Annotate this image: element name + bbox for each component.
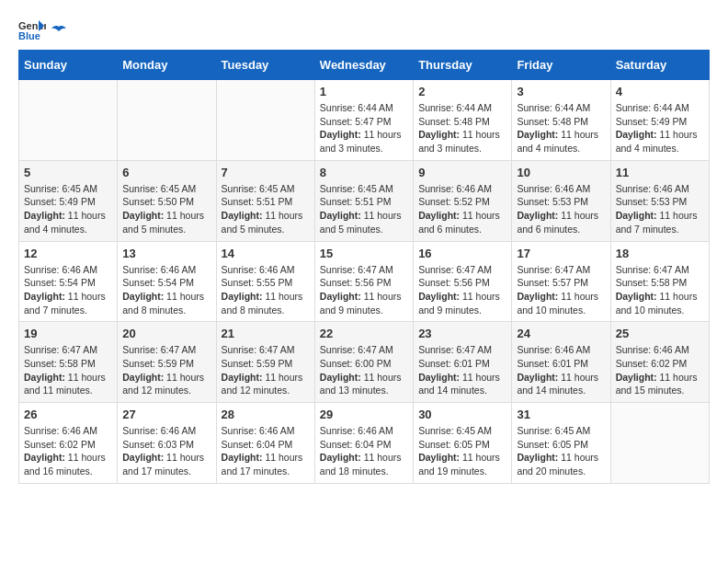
logo-bird-icon bbox=[51, 25, 67, 38]
day-content: Sunrise: 6:46 AMSunset: 6:04 PMDaylight:… bbox=[222, 424, 310, 478]
calendar-cell: 1Sunrise: 6:44 AMSunset: 5:47 PMDaylight… bbox=[314, 80, 413, 161]
calendar-cell: 4Sunrise: 6:44 AMSunset: 5:49 PMDaylight… bbox=[610, 80, 709, 161]
calendar-cell: 29Sunrise: 6:46 AMSunset: 6:04 PMDayligh… bbox=[314, 403, 413, 484]
day-number: 7 bbox=[222, 166, 310, 179]
day-number: 12 bbox=[24, 247, 112, 260]
day-content: Sunrise: 6:46 AMSunset: 5:55 PMDaylight:… bbox=[222, 263, 310, 317]
day-content: Sunrise: 6:46 AMSunset: 6:01 PMDaylight:… bbox=[517, 343, 605, 397]
calendar-cell: 27Sunrise: 6:46 AMSunset: 6:03 PMDayligh… bbox=[118, 403, 216, 484]
day-number: 26 bbox=[24, 408, 112, 421]
header-monday: Monday bbox=[118, 51, 216, 80]
day-content: Sunrise: 6:45 AMSunset: 5:51 PMDaylight:… bbox=[320, 182, 408, 236]
calendar-cell bbox=[19, 80, 118, 161]
day-content: Sunrise: 6:46 AMSunset: 5:53 PMDaylight:… bbox=[517, 182, 605, 236]
calendar-cell: 3Sunrise: 6:44 AMSunset: 5:48 PMDaylight… bbox=[512, 80, 610, 161]
header-tuesday: Tuesday bbox=[216, 51, 314, 80]
day-content: Sunrise: 6:45 AMSunset: 5:51 PMDaylight:… bbox=[222, 182, 310, 236]
calendar-cell bbox=[216, 80, 314, 161]
header-wednesday: Wednesday bbox=[314, 51, 413, 80]
calendar-week-4: 19Sunrise: 6:47 AMSunset: 5:58 PMDayligh… bbox=[19, 322, 710, 403]
day-number: 14 bbox=[222, 247, 310, 260]
day-content: Sunrise: 6:44 AMSunset: 5:48 PMDaylight:… bbox=[517, 101, 605, 155]
day-content: Sunrise: 6:47 AMSunset: 5:58 PMDaylight:… bbox=[24, 343, 112, 397]
day-number: 6 bbox=[122, 166, 210, 179]
day-number: 15 bbox=[320, 247, 408, 260]
day-content: Sunrise: 6:45 AMSunset: 6:05 PMDaylight:… bbox=[517, 424, 605, 478]
calendar-cell: 9Sunrise: 6:46 AMSunset: 5:52 PMDaylight… bbox=[414, 160, 512, 241]
calendar-cell: 24Sunrise: 6:46 AMSunset: 6:01 PMDayligh… bbox=[512, 322, 610, 403]
day-number: 24 bbox=[517, 327, 605, 340]
day-content: Sunrise: 6:47 AMSunset: 5:59 PMDaylight:… bbox=[222, 343, 310, 397]
day-number: 2 bbox=[418, 85, 506, 98]
day-number: 23 bbox=[418, 327, 506, 340]
day-content: Sunrise: 6:46 AMSunset: 6:04 PMDaylight:… bbox=[320, 424, 408, 478]
day-content: Sunrise: 6:46 AMSunset: 5:54 PMDaylight:… bbox=[122, 263, 210, 317]
calendar-cell: 30Sunrise: 6:45 AMSunset: 6:05 PMDayligh… bbox=[414, 403, 512, 484]
calendar-cell: 23Sunrise: 6:47 AMSunset: 6:01 PMDayligh… bbox=[414, 322, 512, 403]
page-header: General Blue bbox=[18, 18, 710, 40]
day-number: 11 bbox=[616, 166, 704, 179]
logo: General Blue bbox=[18, 18, 68, 40]
day-number: 5 bbox=[24, 166, 112, 179]
calendar-cell: 15Sunrise: 6:47 AMSunset: 5:56 PMDayligh… bbox=[314, 241, 413, 322]
day-content: Sunrise: 6:47 AMSunset: 5:59 PMDaylight:… bbox=[122, 343, 210, 397]
day-number: 28 bbox=[222, 408, 310, 421]
calendar-cell: 22Sunrise: 6:47 AMSunset: 6:00 PMDayligh… bbox=[314, 322, 413, 403]
calendar-table: SundayMondayTuesdayWednesdayThursdayFrid… bbox=[18, 50, 710, 484]
calendar-cell: 13Sunrise: 6:46 AMSunset: 5:54 PMDayligh… bbox=[118, 241, 216, 322]
day-number: 10 bbox=[517, 166, 605, 179]
day-content: Sunrise: 6:46 AMSunset: 6:02 PMDaylight:… bbox=[24, 424, 112, 478]
day-content: Sunrise: 6:46 AMSunset: 5:52 PMDaylight:… bbox=[418, 182, 506, 236]
day-content: Sunrise: 6:46 AMSunset: 5:54 PMDaylight:… bbox=[24, 263, 112, 317]
calendar-cell: 18Sunrise: 6:47 AMSunset: 5:58 PMDayligh… bbox=[610, 241, 709, 322]
calendar-cell bbox=[118, 80, 216, 161]
day-number: 1 bbox=[320, 85, 408, 98]
calendar-week-1: 1Sunrise: 6:44 AMSunset: 5:47 PMDaylight… bbox=[19, 80, 710, 161]
day-number: 25 bbox=[616, 327, 704, 340]
day-content: Sunrise: 6:46 AMSunset: 6:02 PMDaylight:… bbox=[616, 343, 704, 397]
day-content: Sunrise: 6:45 AMSunset: 6:05 PMDaylight:… bbox=[418, 424, 506, 478]
day-content: Sunrise: 6:46 AMSunset: 5:53 PMDaylight:… bbox=[616, 182, 704, 236]
calendar-cell: 19Sunrise: 6:47 AMSunset: 5:58 PMDayligh… bbox=[19, 322, 118, 403]
day-content: Sunrise: 6:46 AMSunset: 6:03 PMDaylight:… bbox=[122, 424, 210, 478]
calendar-week-2: 5Sunrise: 6:45 AMSunset: 5:49 PMDaylight… bbox=[19, 160, 710, 241]
day-number: 13 bbox=[122, 247, 210, 260]
calendar-header-row: SundayMondayTuesdayWednesdayThursdayFrid… bbox=[19, 51, 710, 80]
calendar-cell: 2Sunrise: 6:44 AMSunset: 5:48 PMDaylight… bbox=[414, 80, 512, 161]
day-number: 4 bbox=[616, 85, 704, 98]
day-content: Sunrise: 6:47 AMSunset: 5:57 PMDaylight:… bbox=[517, 263, 605, 317]
day-number: 29 bbox=[320, 408, 408, 421]
calendar-cell: 25Sunrise: 6:46 AMSunset: 6:02 PMDayligh… bbox=[610, 322, 709, 403]
calendar-cell: 6Sunrise: 6:45 AMSunset: 5:50 PMDaylight… bbox=[118, 160, 216, 241]
header-sunday: Sunday bbox=[19, 51, 118, 80]
day-number: 18 bbox=[616, 247, 704, 260]
calendar-cell: 26Sunrise: 6:46 AMSunset: 6:02 PMDayligh… bbox=[19, 403, 118, 484]
day-content: Sunrise: 6:47 AMSunset: 5:56 PMDaylight:… bbox=[320, 263, 408, 317]
header-saturday: Saturday bbox=[610, 51, 709, 80]
day-number: 22 bbox=[320, 327, 408, 340]
day-number: 16 bbox=[418, 247, 506, 260]
calendar-cell: 17Sunrise: 6:47 AMSunset: 5:57 PMDayligh… bbox=[512, 241, 610, 322]
logo-icon: General Blue bbox=[18, 18, 46, 40]
calendar-cell: 11Sunrise: 6:46 AMSunset: 5:53 PMDayligh… bbox=[610, 160, 709, 241]
calendar-cell: 20Sunrise: 6:47 AMSunset: 5:59 PMDayligh… bbox=[118, 322, 216, 403]
day-content: Sunrise: 6:47 AMSunset: 5:58 PMDaylight:… bbox=[616, 263, 704, 317]
day-content: Sunrise: 6:44 AMSunset: 5:47 PMDaylight:… bbox=[320, 101, 408, 155]
day-content: Sunrise: 6:47 AMSunset: 6:01 PMDaylight:… bbox=[418, 343, 506, 397]
day-content: Sunrise: 6:45 AMSunset: 5:49 PMDaylight:… bbox=[24, 182, 112, 236]
svg-text:Blue: Blue bbox=[18, 30, 40, 40]
day-content: Sunrise: 6:44 AMSunset: 5:48 PMDaylight:… bbox=[418, 101, 506, 155]
day-number: 21 bbox=[222, 327, 310, 340]
day-number: 27 bbox=[122, 408, 210, 421]
day-content: Sunrise: 6:47 AMSunset: 5:56 PMDaylight:… bbox=[418, 263, 506, 317]
day-number: 8 bbox=[320, 166, 408, 179]
calendar-cell: 16Sunrise: 6:47 AMSunset: 5:56 PMDayligh… bbox=[414, 241, 512, 322]
calendar-cell: 28Sunrise: 6:46 AMSunset: 6:04 PMDayligh… bbox=[216, 403, 314, 484]
day-number: 20 bbox=[122, 327, 210, 340]
day-content: Sunrise: 6:47 AMSunset: 6:00 PMDaylight:… bbox=[320, 343, 408, 397]
calendar-week-3: 12Sunrise: 6:46 AMSunset: 5:54 PMDayligh… bbox=[19, 241, 710, 322]
day-content: Sunrise: 6:45 AMSunset: 5:50 PMDaylight:… bbox=[122, 182, 210, 236]
day-content: Sunrise: 6:44 AMSunset: 5:49 PMDaylight:… bbox=[616, 101, 704, 155]
day-number: 3 bbox=[517, 85, 605, 98]
calendar-cell: 5Sunrise: 6:45 AMSunset: 5:49 PMDaylight… bbox=[19, 160, 118, 241]
